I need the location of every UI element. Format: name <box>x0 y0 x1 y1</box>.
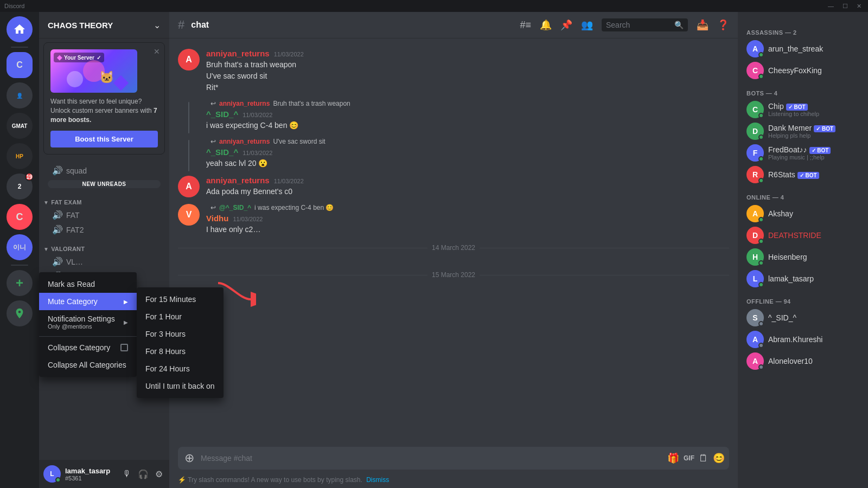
member-arun[interactable]: A arun_the_streak <box>742 38 864 60</box>
server-icon-badge[interactable]: 2 19 <box>7 174 33 200</box>
cat-arrow-valorant: ▼ <box>43 246 49 252</box>
member-name: Alonelover10 <box>768 357 859 365</box>
ctx-mark-as-read[interactable]: Mark as Read <box>39 275 137 293</box>
member-info: lamak_tasarp <box>768 274 859 283</box>
member-name: Heisenberg <box>768 253 859 261</box>
minimize-button[interactable]: — <box>826 3 836 10</box>
server-header[interactable]: CHAOS THEORY ⌄ <box>39 12 169 38</box>
message-input-box: ⊕ 🎁 GIF 🗒 😊 <box>178 447 729 470</box>
message-reply: ↩ anniyan_returns Bruh that's a trash we… <box>206 100 729 107</box>
boost-image: ◆ Your Server ✓ 🐱 <box>50 49 137 93</box>
server-icon-hpair[interactable]: HP <box>7 143 33 169</box>
user-avatar: L <box>43 465 61 483</box>
settings-button[interactable]: ⚙ <box>153 467 165 481</box>
channel-v1[interactable]: 🔊 VL… <box>43 254 165 269</box>
member-status-dot <box>758 282 764 287</box>
channel-fat[interactable]: 🔊 FAT <box>43 208 165 222</box>
threads-icon[interactable]: #≡ <box>520 20 531 31</box>
mute-8hours[interactable]: For 8 Hours <box>137 343 224 360</box>
message-input[interactable] <box>201 447 663 469</box>
member-dank-memer[interactable]: D Dank Memer✓ BOT Helping pls help <box>742 120 864 142</box>
mute-3hours[interactable]: For 3 Hours <box>137 325 224 343</box>
category-valorant[interactable]: ▼ VALORANT <box>39 237 169 254</box>
ctx-mute-category[interactable]: Mute Category ▶ <box>39 293 137 310</box>
category-fat-exam[interactable]: ▼ FAT EXAM <box>39 190 169 208</box>
message-group: V ↩ @^_SID_^ i was expecting C-4 ben 😊 V… <box>169 202 738 237</box>
channel-squad[interactable]: 🔊 squad <box>43 163 165 178</box>
bell-icon[interactable]: 🔔 <box>540 19 552 31</box>
member-lamak[interactable]: L lamak_tasarp <box>742 268 864 290</box>
boost-server-button[interactable]: Boost this Server <box>50 131 158 147</box>
mute-24hours[interactable]: For 24 Hours <box>137 360 224 377</box>
ctx-notification-settings[interactable]: Notification Settings Only @mentions ▶ <box>39 310 137 334</box>
notification-settings-arrow: ▶ <box>124 319 128 325</box>
member-abram[interactable]: A Abram.Khureshi <box>742 329 864 350</box>
channel-name: chat <box>191 20 209 30</box>
server-icon-2[interactable]: 👤 <box>7 82 33 108</box>
member-fredboat[interactable]: F FredBoat♪♪✓ BOT Playing music | ;;help <box>742 142 864 164</box>
channel-hash-icon: # <box>178 18 184 32</box>
member-info: Chip✓ BOT Listening to chihelp <box>768 102 859 117</box>
maximize-button[interactable]: ☐ <box>840 3 850 10</box>
tip-bar: ⚡ Try slash commands! A new way to use b… <box>169 474 738 488</box>
help-icon[interactable]: ❓ <box>717 19 729 31</box>
member-avatar: A <box>746 331 764 348</box>
member-alonelover[interactable]: A Alonelover10 <box>742 350 864 372</box>
member-info: DEATHSTRIDE <box>768 231 859 240</box>
gif-button[interactable]: GIF <box>684 454 694 462</box>
cat-arrow-fat: ▼ <box>43 200 49 206</box>
server-icon-chaos[interactable]: C <box>7 52 33 78</box>
mute-until-off[interactable]: Until I turn it back on <box>137 377 224 395</box>
member-cheesyfox[interactable]: C CheesyFoxKing <box>742 60 864 81</box>
gift-icon[interactable]: 🎁 <box>667 452 679 464</box>
bot-tag: ✓ BOT <box>814 125 835 132</box>
pin-icon[interactable]: 📌 <box>560 19 572 31</box>
member-info: Akshay <box>768 209 859 218</box>
boost-popup: ✕ ◆ Your Server ✓ 🐱 Want this server to … <box>43 42 165 155</box>
members-icon[interactable]: 👥 <box>581 19 593 31</box>
add-file-button[interactable]: ⊕ <box>182 447 196 470</box>
tip-dismiss-button[interactable]: Dismiss <box>366 476 389 484</box>
server-icon-chaos2[interactable]: C <box>7 204 33 230</box>
emoji-icon[interactable]: 😊 <box>713 452 725 464</box>
search-input[interactable] <box>606 21 671 29</box>
mute-button[interactable]: 🎙 <box>120 467 133 481</box>
search-box[interactable]: 🔍 <box>602 18 688 31</box>
message-timestamp: 11/03/2022 <box>233 216 263 222</box>
boost-description: Want this server to feel unique? Unlock … <box>50 97 158 124</box>
user-info: lamak_tasarp #5361 <box>65 467 116 481</box>
ctx-collapse-all[interactable]: Collapse All Categories <box>39 356 137 374</box>
mute-15min[interactable]: For 15 Minutes <box>137 291 224 308</box>
deafen-button[interactable]: 🎧 <box>136 467 151 481</box>
member-activity: Listening to chihelp <box>768 111 859 117</box>
avatar: V <box>178 204 200 226</box>
member-name: Chip✓ BOT <box>768 102 859 111</box>
spacer <box>169 256 738 267</box>
message-group: A anniyan_returns 11/03/2022 Bruh that's… <box>169 47 738 95</box>
message-text: I have only c2… <box>206 224 729 235</box>
member-akshay[interactable]: A Akshay <box>742 203 864 224</box>
add-server-button[interactable]: + <box>7 270 33 296</box>
member-deathstride[interactable]: D DEATHSTRIDE <box>742 224 864 246</box>
channel-fat2[interactable]: 🔊 FAT2 <box>43 222 165 237</box>
new-unreads-badge: NEW UNREADS <box>48 180 161 188</box>
member-avatar: D <box>746 227 764 244</box>
member-sid[interactable]: S ^_SID_^ <box>742 307 864 329</box>
member-status-dot <box>758 260 764 266</box>
inbox-icon[interactable]: 📥 <box>697 19 709 31</box>
explore-button[interactable] <box>7 300 33 326</box>
server-icon-kr[interactable]: 이니 <box>7 234 33 260</box>
boost-popup-close[interactable]: ✕ <box>154 47 160 56</box>
home-button[interactable] <box>7 16 33 42</box>
server-icon-gmat[interactable]: GMAT <box>7 113 33 139</box>
speaker-icon-fat: 🔊 <box>52 210 63 220</box>
member-r6stats[interactable]: R R6Stats✓ BOT <box>742 164 864 185</box>
close-button[interactable]: ✕ <box>854 3 864 10</box>
user-area: L lamak_tasarp #5361 🎙 🎧 ⚙ <box>39 460 169 488</box>
mute-1hour[interactable]: For 1 Hour <box>137 308 224 325</box>
member-heisenberg[interactable]: H Heisenberg <box>742 246 864 268</box>
member-chip[interactable]: C Chip✓ BOT Listening to chihelp <box>742 99 864 120</box>
member-info: Abram.Khureshi <box>768 335 859 344</box>
ctx-collapse-category[interactable]: Collapse Category <box>39 339 137 356</box>
sticker-icon[interactable]: 🗒 <box>699 453 709 464</box>
